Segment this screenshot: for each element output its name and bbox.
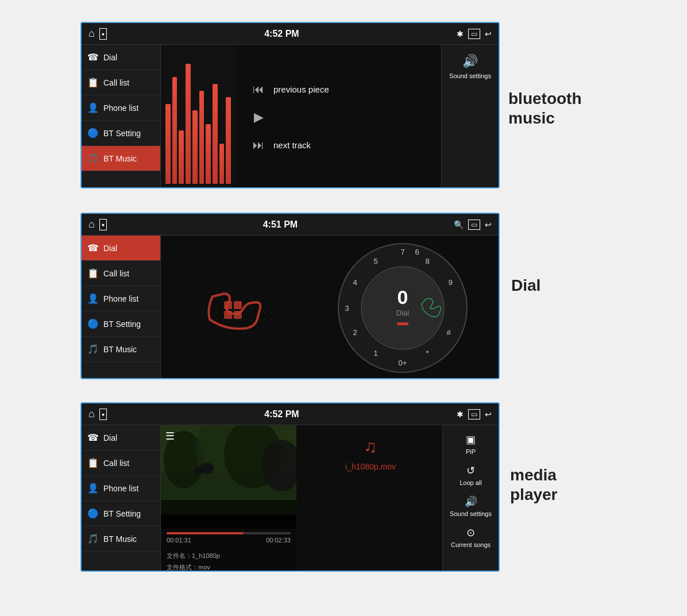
media-right-controls: ▣ PiP ↺ Loop all 🔊 Sound settings ⊙ Curr… <box>442 425 499 572</box>
time-2: 4:51 PM <box>263 220 298 230</box>
bt-music-content: ⏮ previous piece ▶ ⏭ next track <box>236 45 443 188</box>
svg-text:#: # <box>446 328 451 337</box>
next-track-item[interactable]: ⏭ next track <box>253 138 426 152</box>
sidebar-label-dial-2: Dial <box>103 244 117 253</box>
dial-label: Dial <box>511 276 541 295</box>
current-songs-control[interactable]: ⊙ Current songs <box>451 526 491 548</box>
sidebar-item-phonelist-3[interactable]: 👤 Phone list <box>82 476 160 501</box>
sidebar-label-dial-1: Dial <box>103 53 117 62</box>
home-icon-1[interactable]: ⌂ <box>88 28 95 40</box>
sidebar-label-phonelist-1: Phone list <box>103 103 138 113</box>
search-icon-2: 🔍 <box>454 220 464 229</box>
pip-label: PiP <box>466 448 476 455</box>
sidebar-item-dial-1[interactable]: ☎ Dial <box>82 45 160 70</box>
calllist-icon-2: 📋 <box>87 268 99 279</box>
svg-text:8: 8 <box>425 257 429 265</box>
sound-settings-icon-1: 🔊 <box>462 54 478 69</box>
sidebar-label-btsetting-1: BT Setting <box>103 129 141 138</box>
menu-icon-2[interactable]: ▪ <box>99 219 107 230</box>
status-bar-2: ⌂ ▪ 4:51 PM 🔍 ▭ ↩ <box>82 214 499 236</box>
phone-icon-3: ☎ <box>87 432 99 443</box>
phonelist-icon-3: 👤 <box>87 483 99 494</box>
file-format-line: 文件格式：mov <box>167 562 291 572</box>
time-3: 4:52 PM <box>264 409 299 419</box>
status-bar-right-3: ✱ ▭ ↩ <box>457 409 492 419</box>
sidebar-3: ☎ Dial 📋 Call list 👤 Phone list 🔵 BT Set… <box>82 425 161 571</box>
loop-label: Loop all <box>460 479 482 486</box>
eq-bar-10 <box>226 97 231 184</box>
prev-track-item[interactable]: ⏮ previous piece <box>253 83 426 96</box>
total-time: 00:02:33 <box>266 537 291 544</box>
play-item[interactable]: ▶ <box>253 110 426 125</box>
sidebar-item-btmusic-3[interactable]: 🎵 BT Music <box>82 526 160 552</box>
music-icon-3: 🎵 <box>87 533 99 544</box>
battery-icon-2: ▭ <box>468 220 480 230</box>
menu-icon-3[interactable]: ▪ <box>99 409 107 420</box>
eq-bar-6 <box>199 91 204 184</box>
sound-control[interactable]: 🔊 Sound settings <box>450 495 492 517</box>
sidebar-label-dial-3: Dial <box>103 433 117 442</box>
next-track-label: next track <box>273 140 311 150</box>
back-icon-3[interactable]: ↩ <box>485 410 492 419</box>
bluetooth-icon-1: ✱ <box>457 29 464 38</box>
bt-icon-2: 🔵 <box>87 318 99 329</box>
pip-control[interactable]: ▣ PiP <box>466 433 476 455</box>
status-bar-right-2: 🔍 ▭ ↩ <box>454 220 492 230</box>
sidebar-item-btmusic-1[interactable]: 🎵 BT Music <box>82 146 160 171</box>
bt-icon-3: 🔵 <box>87 508 99 519</box>
sidebar-item-btmusic-2[interactable]: 🎵 BT Music <box>82 337 160 362</box>
back-icon-1[interactable]: ↩ <box>485 29 492 38</box>
playlist-icon[interactable]: ☰ <box>165 430 175 442</box>
eq-bar-8 <box>213 84 218 184</box>
progress-bar[interactable] <box>167 532 291 534</box>
eq-bar-1 <box>165 104 171 184</box>
calllist-icon-3: 📋 <box>87 457 99 468</box>
loop-control[interactable]: ↺ Loop all <box>460 464 482 486</box>
bt-icon-1: 🔵 <box>87 128 99 138</box>
svg-text:0: 0 <box>397 286 408 308</box>
svg-text:1: 1 <box>373 349 377 357</box>
svg-rect-3 <box>234 301 242 309</box>
svg-text:4: 4 <box>353 278 357 287</box>
svg-point-7 <box>361 267 444 349</box>
eq-bar-9 <box>219 144 225 184</box>
svg-point-30 <box>194 467 203 473</box>
svg-rect-2 <box>224 301 232 309</box>
eq-bar-2 <box>172 77 177 184</box>
dial-circle-container: 7 8 9 # * 0+ 1 2 3 4 5 6 0 Dial <box>337 242 469 374</box>
sidebar-item-dial-3[interactable]: ☎ Dial <box>82 425 160 451</box>
play-icon: ▶ <box>254 110 264 125</box>
next-track-icon: ⏭ <box>253 138 264 152</box>
calllist-icon-1: 📋 <box>87 77 99 88</box>
sidebar-item-btsetting-3[interactable]: 🔵 BT Setting <box>82 501 160 526</box>
back-icon-2[interactable]: ↩ <box>485 220 492 229</box>
sidebar-2: ☎ Dial 📋 Call list 👤 Phone list 🔵 BT Set… <box>82 236 161 378</box>
home-icon-3[interactable]: ⌂ <box>88 408 95 420</box>
sidebar-item-btsetting-1[interactable]: 🔵 BT Setting <box>82 121 160 146</box>
sidebar-item-btsetting-2[interactable]: 🔵 BT Setting <box>82 311 160 337</box>
sidebar-item-calllist-2[interactable]: 📋 Call list <box>82 261 160 286</box>
sidebar-label-calllist-1: Call list <box>103 78 129 87</box>
eq-bar-5 <box>192 110 198 184</box>
sidebar-item-calllist-3[interactable]: 📋 Call list <box>82 451 160 476</box>
media-player-panel: ⌂ ▪ 4:52 PM ✱ ▭ ↩ ☎ Dial 📋 Call list 👤 P… <box>80 402 500 572</box>
video-thumbnail: ☰ <box>161 425 296 529</box>
sidebar-label-btsetting-3: BT Setting <box>103 509 141 518</box>
sound-settings-panel-1[interactable]: 🔊 Sound settings <box>441 45 499 188</box>
sidebar-item-phonelist-1[interactable]: 👤 Phone list <box>82 95 160 121</box>
prev-track-label: previous piece <box>273 84 329 94</box>
loop-icon: ↺ <box>466 464 475 477</box>
svg-text:6: 6 <box>415 248 419 256</box>
menu-icon-1[interactable]: ▪ <box>99 28 107 40</box>
eq-bars-1 <box>161 45 236 188</box>
sidebar-label-phonelist-3: Phone list <box>103 484 138 493</box>
eq-bar-4 <box>186 64 191 184</box>
phonelist-icon-1: 👤 <box>87 102 99 113</box>
sidebar-item-phonelist-2[interactable]: 👤 Phone list <box>82 286 160 311</box>
time-1: 4:52 PM <box>264 29 299 39</box>
music-icon-1: 🎵 <box>87 153 99 164</box>
current-songs-label: Current songs <box>451 541 491 548</box>
sidebar-item-calllist-1[interactable]: 📋 Call list <box>82 70 160 95</box>
home-icon-2[interactable]: ⌂ <box>88 218 95 230</box>
sidebar-item-dial-2[interactable]: ☎ Dial <box>82 236 160 261</box>
